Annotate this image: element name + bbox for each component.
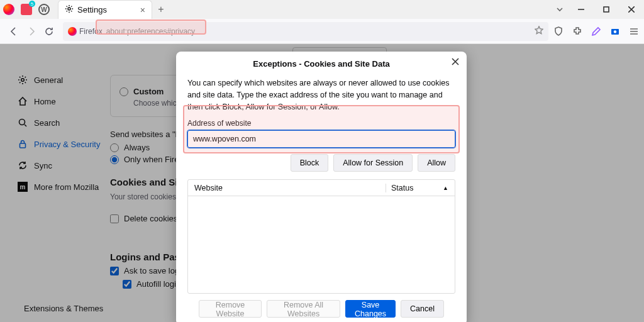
forward-button[interactable] bbox=[23, 23, 40, 40]
list-header: Website Status▲ bbox=[188, 180, 455, 196]
shield-icon[interactable] bbox=[553, 26, 564, 36]
tabs-dropdown-icon[interactable] bbox=[551, 0, 569, 19]
remove-all-websites-button[interactable]: Remove All Websites bbox=[267, 300, 340, 318]
modal-title-bar: Exceptions - Cookies and Site Data bbox=[176, 52, 467, 74]
toolbar: Firefox about:preferences#privacy bbox=[0, 19, 644, 44]
close-window-button[interactable] bbox=[619, 0, 644, 19]
block-button[interactable]: Block bbox=[291, 154, 329, 172]
tab-title: Settings bbox=[77, 5, 107, 14]
sort-arrow-icon: ▲ bbox=[443, 185, 448, 191]
browser-tab[interactable]: Settings × bbox=[58, 0, 152, 19]
remove-website-button[interactable]: Remove Website bbox=[199, 300, 262, 318]
svg-rect-1 bbox=[604, 7, 609, 12]
col-website-header[interactable]: Website bbox=[188, 184, 386, 192]
url-bar[interactable]: Firefox about:preferences#privacy bbox=[63, 22, 548, 41]
address-field-label: Address of website bbox=[187, 119, 455, 128]
screenshot-icon[interactable] bbox=[610, 26, 620, 36]
identity-box[interactable]: Firefox bbox=[68, 27, 103, 36]
firefox-app-icon bbox=[0, 4, 18, 15]
modal-description: You can specify which websites are alway… bbox=[187, 77, 455, 113]
edit-icon[interactable] bbox=[591, 26, 601, 36]
cancel-button[interactable]: Cancel bbox=[401, 300, 444, 318]
pocket-icon[interactable] bbox=[18, 4, 35, 15]
exceptions-modal: Exceptions - Cookies and Site Data You c… bbox=[176, 52, 467, 322]
titlebar-left: W Settings × + bbox=[0, 0, 170, 19]
maximize-button[interactable] bbox=[594, 0, 619, 19]
toolbar-icons bbox=[553, 26, 639, 36]
back-button[interactable] bbox=[5, 23, 23, 40]
col-status-header[interactable]: Status▲ bbox=[386, 184, 455, 192]
save-changes-button[interactable]: Save Changes bbox=[345, 300, 396, 318]
bookmark-star-icon[interactable] bbox=[535, 26, 543, 36]
exceptions-list: Website Status▲ bbox=[187, 179, 455, 294]
identity-label: Firefox bbox=[79, 27, 103, 36]
allow-button[interactable]: Allow bbox=[418, 154, 455, 172]
window-controls bbox=[569, 0, 644, 19]
modal-close-icon[interactable] bbox=[452, 58, 459, 67]
new-tab-button[interactable]: + bbox=[152, 4, 170, 15]
allow-session-button[interactable]: Allow for Session bbox=[333, 154, 413, 172]
svg-point-0 bbox=[68, 8, 70, 10]
title-bar: W Settings × + bbox=[0, 0, 644, 19]
extensions-icon[interactable] bbox=[572, 26, 582, 36]
tab-close-icon[interactable]: × bbox=[140, 5, 145, 15]
wordpress-icon[interactable]: W bbox=[35, 4, 53, 15]
svg-point-3 bbox=[614, 30, 616, 33]
menu-icon[interactable] bbox=[629, 26, 639, 36]
url-text: about:preferences#privacy bbox=[106, 27, 195, 36]
modal-title: Exceptions - Cookies and Site Data bbox=[253, 59, 389, 69]
minimize-button[interactable] bbox=[569, 0, 594, 19]
reload-button[interactable] bbox=[40, 23, 58, 40]
address-input[interactable] bbox=[187, 130, 455, 148]
gear-icon bbox=[65, 4, 74, 15]
